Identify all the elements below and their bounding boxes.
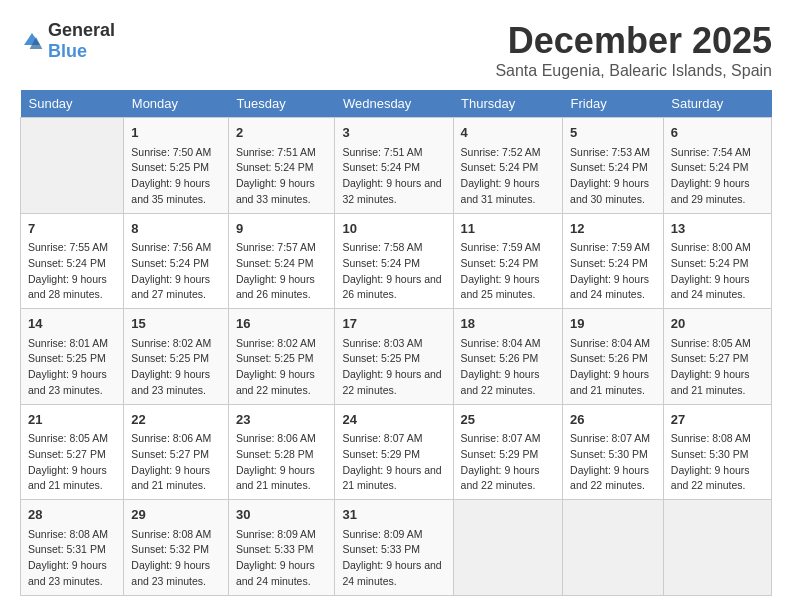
cell-content: Sunrise: 8:02 AMSunset: 5:25 PMDaylight:… xyxy=(236,336,328,399)
day-number: 21 xyxy=(28,410,116,430)
day-number: 27 xyxy=(671,410,764,430)
calendar-cell: 18Sunrise: 8:04 AMSunset: 5:26 PMDayligh… xyxy=(453,309,562,405)
cell-content: Sunrise: 8:00 AMSunset: 5:24 PMDaylight:… xyxy=(671,240,764,303)
calendar-cell: 28Sunrise: 8:08 AMSunset: 5:31 PMDayligh… xyxy=(21,500,124,596)
cell-content: Sunrise: 7:57 AMSunset: 5:24 PMDaylight:… xyxy=(236,240,328,303)
calendar-cell: 11Sunrise: 7:59 AMSunset: 5:24 PMDayligh… xyxy=(453,213,562,309)
calendar-cell xyxy=(663,500,771,596)
cell-content: Sunrise: 8:07 AMSunset: 5:29 PMDaylight:… xyxy=(461,431,555,494)
cell-content: Sunrise: 8:04 AMSunset: 5:26 PMDaylight:… xyxy=(461,336,555,399)
day-number: 16 xyxy=(236,314,328,334)
calendar-cell: 9Sunrise: 7:57 AMSunset: 5:24 PMDaylight… xyxy=(228,213,335,309)
day-number: 26 xyxy=(570,410,656,430)
day-number: 9 xyxy=(236,219,328,239)
calendar-cell: 3Sunrise: 7:51 AMSunset: 5:24 PMDaylight… xyxy=(335,118,453,214)
calendar-cell: 6Sunrise: 7:54 AMSunset: 5:24 PMDaylight… xyxy=(663,118,771,214)
calendar-header: Sunday Monday Tuesday Wednesday Thursday… xyxy=(21,90,772,118)
cell-content: Sunrise: 8:06 AMSunset: 5:28 PMDaylight:… xyxy=(236,431,328,494)
day-number: 8 xyxy=(131,219,221,239)
day-number: 6 xyxy=(671,123,764,143)
logo: General Blue xyxy=(20,20,115,62)
calendar-cell xyxy=(563,500,664,596)
calendar-cell: 26Sunrise: 8:07 AMSunset: 5:30 PMDayligh… xyxy=(563,404,664,500)
cell-content: Sunrise: 8:03 AMSunset: 5:25 PMDaylight:… xyxy=(342,336,445,399)
cell-content: Sunrise: 8:08 AMSunset: 5:31 PMDaylight:… xyxy=(28,527,116,590)
header: General Blue December 2025 Santa Eugenia… xyxy=(20,20,772,80)
calendar-cell: 2Sunrise: 7:51 AMSunset: 5:24 PMDaylight… xyxy=(228,118,335,214)
calendar-cell: 30Sunrise: 8:09 AMSunset: 5:33 PMDayligh… xyxy=(228,500,335,596)
calendar-cell: 14Sunrise: 8:01 AMSunset: 5:25 PMDayligh… xyxy=(21,309,124,405)
calendar-week-3: 14Sunrise: 8:01 AMSunset: 5:25 PMDayligh… xyxy=(21,309,772,405)
calendar-cell: 17Sunrise: 8:03 AMSunset: 5:25 PMDayligh… xyxy=(335,309,453,405)
cell-content: Sunrise: 7:58 AMSunset: 5:24 PMDaylight:… xyxy=(342,240,445,303)
col-saturday: Saturday xyxy=(663,90,771,118)
cell-content: Sunrise: 8:09 AMSunset: 5:33 PMDaylight:… xyxy=(236,527,328,590)
calendar-cell: 7Sunrise: 7:55 AMSunset: 5:24 PMDaylight… xyxy=(21,213,124,309)
day-number: 30 xyxy=(236,505,328,525)
calendar-cell: 19Sunrise: 8:04 AMSunset: 5:26 PMDayligh… xyxy=(563,309,664,405)
col-tuesday: Tuesday xyxy=(228,90,335,118)
cell-content: Sunrise: 8:02 AMSunset: 5:25 PMDaylight:… xyxy=(131,336,221,399)
day-number: 28 xyxy=(28,505,116,525)
logo-text: General Blue xyxy=(48,20,115,62)
day-number: 7 xyxy=(28,219,116,239)
calendar-cell xyxy=(453,500,562,596)
cell-content: Sunrise: 8:06 AMSunset: 5:27 PMDaylight:… xyxy=(131,431,221,494)
cell-content: Sunrise: 8:05 AMSunset: 5:27 PMDaylight:… xyxy=(671,336,764,399)
cell-content: Sunrise: 8:04 AMSunset: 5:26 PMDaylight:… xyxy=(570,336,656,399)
calendar-cell: 16Sunrise: 8:02 AMSunset: 5:25 PMDayligh… xyxy=(228,309,335,405)
main-title: December 2025 xyxy=(495,20,772,62)
cell-content: Sunrise: 8:07 AMSunset: 5:30 PMDaylight:… xyxy=(570,431,656,494)
day-number: 14 xyxy=(28,314,116,334)
day-number: 29 xyxy=(131,505,221,525)
calendar-cell: 10Sunrise: 7:58 AMSunset: 5:24 PMDayligh… xyxy=(335,213,453,309)
day-number: 3 xyxy=(342,123,445,143)
cell-content: Sunrise: 7:59 AMSunset: 5:24 PMDaylight:… xyxy=(570,240,656,303)
cell-content: Sunrise: 8:08 AMSunset: 5:32 PMDaylight:… xyxy=(131,527,221,590)
calendar-cell: 4Sunrise: 7:52 AMSunset: 5:24 PMDaylight… xyxy=(453,118,562,214)
logo-general: General xyxy=(48,20,115,40)
page-container: General Blue December 2025 Santa Eugenia… xyxy=(20,20,772,596)
cell-content: Sunrise: 7:59 AMSunset: 5:24 PMDaylight:… xyxy=(461,240,555,303)
calendar-cell: 5Sunrise: 7:53 AMSunset: 5:24 PMDaylight… xyxy=(563,118,664,214)
day-number: 24 xyxy=(342,410,445,430)
calendar-cell: 15Sunrise: 8:02 AMSunset: 5:25 PMDayligh… xyxy=(124,309,229,405)
calendar-cell: 24Sunrise: 8:07 AMSunset: 5:29 PMDayligh… xyxy=(335,404,453,500)
subtitle: Santa Eugenia, Balearic Islands, Spain xyxy=(495,62,772,80)
cell-content: Sunrise: 7:55 AMSunset: 5:24 PMDaylight:… xyxy=(28,240,116,303)
header-row: Sunday Monday Tuesday Wednesday Thursday… xyxy=(21,90,772,118)
calendar-cell: 20Sunrise: 8:05 AMSunset: 5:27 PMDayligh… xyxy=(663,309,771,405)
calendar-week-5: 28Sunrise: 8:08 AMSunset: 5:31 PMDayligh… xyxy=(21,500,772,596)
logo-icon xyxy=(20,29,44,53)
day-number: 13 xyxy=(671,219,764,239)
col-wednesday: Wednesday xyxy=(335,90,453,118)
day-number: 4 xyxy=(461,123,555,143)
day-number: 22 xyxy=(131,410,221,430)
cell-content: Sunrise: 8:01 AMSunset: 5:25 PMDaylight:… xyxy=(28,336,116,399)
day-number: 31 xyxy=(342,505,445,525)
calendar-week-4: 21Sunrise: 8:05 AMSunset: 5:27 PMDayligh… xyxy=(21,404,772,500)
day-number: 15 xyxy=(131,314,221,334)
cell-content: Sunrise: 7:53 AMSunset: 5:24 PMDaylight:… xyxy=(570,145,656,208)
calendar-cell: 22Sunrise: 8:06 AMSunset: 5:27 PMDayligh… xyxy=(124,404,229,500)
calendar-week-1: 1Sunrise: 7:50 AMSunset: 5:25 PMDaylight… xyxy=(21,118,772,214)
day-number: 25 xyxy=(461,410,555,430)
calendar-cell: 27Sunrise: 8:08 AMSunset: 5:30 PMDayligh… xyxy=(663,404,771,500)
day-number: 2 xyxy=(236,123,328,143)
calendar-week-2: 7Sunrise: 7:55 AMSunset: 5:24 PMDaylight… xyxy=(21,213,772,309)
calendar-cell: 8Sunrise: 7:56 AMSunset: 5:24 PMDaylight… xyxy=(124,213,229,309)
col-sunday: Sunday xyxy=(21,90,124,118)
cell-content: Sunrise: 7:51 AMSunset: 5:24 PMDaylight:… xyxy=(342,145,445,208)
day-number: 18 xyxy=(461,314,555,334)
calendar-cell: 21Sunrise: 8:05 AMSunset: 5:27 PMDayligh… xyxy=(21,404,124,500)
cell-content: Sunrise: 8:05 AMSunset: 5:27 PMDaylight:… xyxy=(28,431,116,494)
calendar-body: 1Sunrise: 7:50 AMSunset: 5:25 PMDaylight… xyxy=(21,118,772,596)
day-number: 23 xyxy=(236,410,328,430)
cell-content: Sunrise: 7:56 AMSunset: 5:24 PMDaylight:… xyxy=(131,240,221,303)
cell-content: Sunrise: 7:50 AMSunset: 5:25 PMDaylight:… xyxy=(131,145,221,208)
calendar-cell: 29Sunrise: 8:08 AMSunset: 5:32 PMDayligh… xyxy=(124,500,229,596)
calendar-cell: 13Sunrise: 8:00 AMSunset: 5:24 PMDayligh… xyxy=(663,213,771,309)
day-number: 10 xyxy=(342,219,445,239)
calendar-cell: 23Sunrise: 8:06 AMSunset: 5:28 PMDayligh… xyxy=(228,404,335,500)
cell-content: Sunrise: 8:09 AMSunset: 5:33 PMDaylight:… xyxy=(342,527,445,590)
